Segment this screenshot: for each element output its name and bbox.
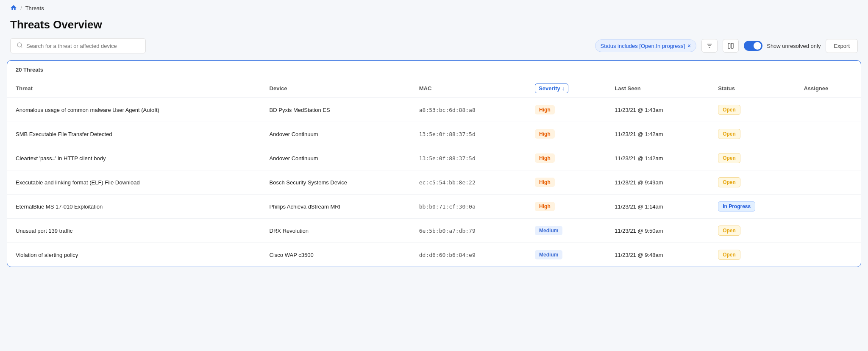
cell-last-seen: 11/23/21 @ 9:48am: [606, 243, 709, 267]
cell-status: Open: [709, 243, 795, 267]
cell-threat: Cleartext 'pass=' in HTTP client body: [7, 146, 261, 170]
cell-last-seen: 11/23/21 @ 9:50am: [606, 219, 709, 243]
cell-status: In Progress: [709, 195, 795, 219]
cell-severity: Medium: [526, 243, 606, 267]
cell-threat: SMB Executable File Transfer Detected: [7, 122, 261, 146]
cell-status: Open: [709, 98, 795, 122]
cell-device: Philips Achieva dStream MRI: [261, 195, 411, 219]
severity-sort-button[interactable]: Severity ↓: [535, 84, 568, 93]
cell-device: Cisco WAP c3500: [261, 243, 411, 267]
cell-mac: dd:d6:60:b6:84:e9: [411, 243, 526, 267]
cell-last-seen: 11/23/21 @ 1:42am: [606, 146, 709, 170]
sort-down-icon: ↓: [562, 85, 565, 92]
status-badge: Open: [718, 129, 740, 139]
table-row[interactable]: EternalBlue MS 17-010 Exploitation Phili…: [7, 195, 861, 219]
export-button[interactable]: Export: [826, 39, 858, 53]
severity-badge: Medium: [535, 226, 562, 235]
filter-icon-button[interactable]: [701, 39, 718, 53]
cell-assignee: [795, 170, 861, 195]
cell-last-seen: 11/23/21 @ 1:42am: [606, 122, 709, 146]
cell-last-seen: 11/23/21 @ 1:14am: [606, 195, 709, 219]
col-assignee: Assignee: [795, 79, 861, 98]
table-row[interactable]: Anomalous usage of common malware User A…: [7, 98, 861, 122]
cell-threat: Violation of alerting policy: [7, 243, 261, 267]
status-badge: Open: [718, 105, 740, 115]
breadcrumb-separator: /: [20, 5, 22, 11]
threats-table-container: 20 Threats Threat Device MAC Severity ↓ …: [7, 60, 861, 267]
cell-assignee: [795, 219, 861, 243]
filter-chip-label: Status includes [Open,In progress]: [601, 43, 685, 49]
status-badge: In Progress: [718, 201, 755, 212]
show-unresolved-label: Show unresolved only: [767, 43, 821, 49]
table-header-row: Threat Device MAC Severity ↓ Last Seen S…: [7, 79, 861, 98]
svg-point-0: [17, 43, 22, 47]
threats-table: Threat Device MAC Severity ↓ Last Seen S…: [7, 79, 861, 267]
col-mac: MAC: [411, 79, 526, 98]
filter-chip-close[interactable]: ×: [687, 42, 691, 49]
col-threat: Threat: [7, 79, 261, 98]
cell-mac: a8:53:bc:6d:88:a8: [411, 98, 526, 122]
search-input[interactable]: [26, 43, 139, 49]
cell-device: Andover Continuum: [261, 122, 411, 146]
severity-badge: High: [535, 105, 555, 114]
threats-count: 20 Threats: [7, 61, 861, 79]
col-device: Device: [261, 79, 411, 98]
toolbar: Status includes [Open,In progress] × Sho…: [0, 38, 868, 60]
svg-rect-5: [728, 43, 730, 48]
cell-status: Open: [709, 219, 795, 243]
severity-col-label: Severity: [539, 85, 560, 92]
cell-mac: ec:c5:54:bb:8e:22: [411, 170, 526, 195]
cell-threat: EternalBlue MS 17-010 Exploitation: [7, 195, 261, 219]
cell-mac: 6e:5b:b0:a7:db:79: [411, 219, 526, 243]
cell-last-seen: 11/23/21 @ 1:43am: [606, 98, 709, 122]
cell-severity: High: [526, 170, 606, 195]
col-severity: Severity ↓: [526, 79, 606, 98]
cell-severity: High: [526, 122, 606, 146]
home-icon[interactable]: [10, 4, 17, 12]
severity-badge: High: [535, 178, 555, 187]
cell-assignee: [795, 122, 861, 146]
table-row[interactable]: Cleartext 'pass=' in HTTP client body An…: [7, 146, 861, 170]
cell-status: Open: [709, 122, 795, 146]
cell-mac: bb:b0:71:cf:30:0a: [411, 195, 526, 219]
severity-badge: High: [535, 129, 555, 139]
show-unresolved-toggle-container: Show unresolved only: [744, 41, 821, 51]
table-row[interactable]: Executable and linking format (ELF) File…: [7, 170, 861, 195]
severity-badge: Medium: [535, 250, 562, 259]
cell-mac: 13:5e:0f:88:37:5d: [411, 122, 526, 146]
col-status: Status: [709, 79, 795, 98]
svg-line-1: [21, 46, 22, 47]
table-row[interactable]: SMB Executable File Transfer Detected An…: [7, 122, 861, 146]
page-title: Threats Overview: [0, 17, 868, 38]
show-unresolved-toggle[interactable]: [744, 41, 762, 51]
cell-device: Andover Continuum: [261, 146, 411, 170]
breadcrumb: / Threats: [0, 0, 868, 17]
cell-assignee: [795, 98, 861, 122]
cell-last-seen: 11/23/21 @ 9:49am: [606, 170, 709, 195]
cell-assignee: [795, 195, 861, 219]
cell-device: DRX Revolution: [261, 219, 411, 243]
status-badge: Open: [718, 153, 740, 163]
cell-device: BD Pyxis MedStation ES: [261, 98, 411, 122]
filter-chip: Status includes [Open,In progress] ×: [595, 39, 697, 52]
cell-device: Bosch Security Systems Device: [261, 170, 411, 195]
breadcrumb-current: Threats: [25, 5, 44, 11]
table-row[interactable]: Unusual port 139 traffic DRX Revolution …: [7, 219, 861, 243]
table-row[interactable]: Violation of alerting policy Cisco WAP c…: [7, 243, 861, 267]
cell-status: Open: [709, 170, 795, 195]
svg-rect-6: [732, 43, 734, 48]
status-badge: Open: [718, 250, 740, 260]
cell-threat: Executable and linking format (ELF) File…: [7, 170, 261, 195]
status-badge: Open: [718, 177, 740, 187]
columns-icon-button[interactable]: [723, 39, 739, 53]
cell-status: Open: [709, 146, 795, 170]
cell-threat: Anomalous usage of common malware User A…: [7, 98, 261, 122]
status-badge: Open: [718, 226, 740, 236]
cell-assignee: [795, 146, 861, 170]
cell-assignee: [795, 243, 861, 267]
cell-severity: High: [526, 195, 606, 219]
search-icon: [17, 42, 23, 50]
cell-severity: High: [526, 98, 606, 122]
search-container[interactable]: [10, 38, 146, 53]
col-last-seen: Last Seen: [606, 79, 709, 98]
